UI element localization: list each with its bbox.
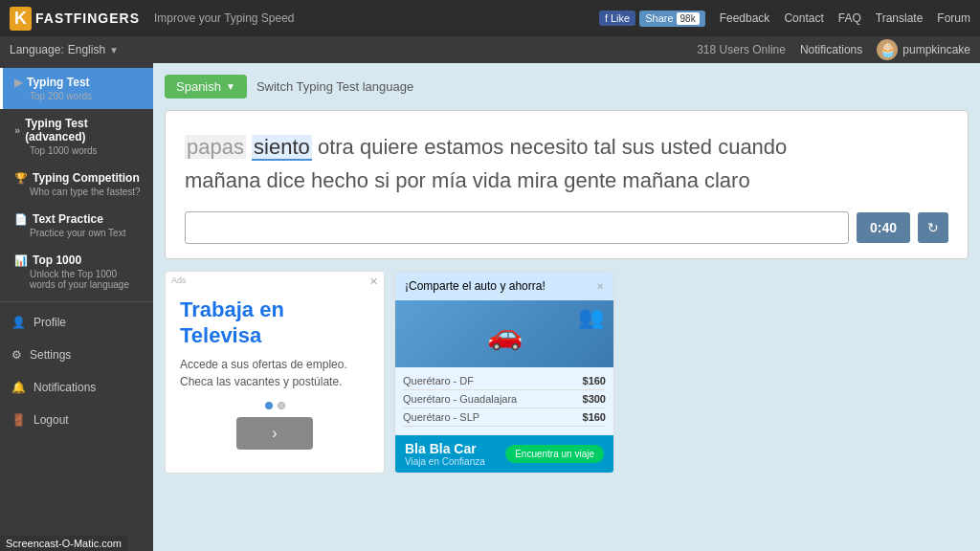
language-btn-label: Spanish [176,79,221,94]
ad-left: Ads ✕ Trabaja en Televisa Accede a sus o… [165,271,385,474]
ad-carousel-dots [180,402,369,409]
ad-right: ¡Comparte el auto y ahorra! ✕ 🚗 👥 Querét… [394,271,614,474]
route-price-1: $160 [583,375,606,386]
dot-2[interactable] [278,402,285,409]
ad-next-button[interactable]: › [236,417,313,450]
ad-left-title: Trabaja en Televisa [180,298,369,348]
main-content: Spanish ▼ Switch Typing Test language pa… [153,63,980,551]
dropdown-arrow-icon: ▼ [226,81,235,92]
language-value: English [68,43,105,56]
sidebar-item-text-practice[interactable]: 📄 Text Practice Practice your own Text [0,205,153,246]
fb-icon: f [605,12,608,24]
sidebar-top1000-sub: Unlock the Top 1000 words of your langua… [14,269,142,290]
bell-icon: 🔔 [11,381,26,394]
ad-right-close-button[interactable]: ✕ [596,281,604,292]
tagline: Improve your Typing Speed [154,11,295,25]
double-arrow-icon: » [14,124,20,136]
ad-next-area: › [180,417,369,450]
logo[interactable]: K FASTFINGERS [10,7,140,31]
route-name-3: Querétaro - SLP [403,411,479,423]
sidebar-item-typing-test-advanced[interactable]: » Typing Test (advanced) Top 1000 words [0,109,153,164]
typing-input-row: 0:40 ↻ [185,211,948,244]
sidebar-advanced-label: Typing Test (advanced) [25,117,142,143]
avatar: 🧁 [877,39,898,60]
translate-link[interactable]: Translate [876,11,924,25]
user-icon: 👤 [11,316,26,329]
user-profile[interactable]: 🧁 pumpkincake [877,39,970,60]
reset-button[interactable]: ↻ [918,212,948,243]
faq-link[interactable]: FAQ [838,11,861,25]
route-price-2: $300 [583,393,606,405]
sidebar-item-notifications[interactable]: 🔔 Notifications [0,371,153,404]
sidebar-text-practice-label: Text Practice [33,212,103,226]
word-done: papas [185,135,246,159]
chevron-down-icon: ▼ [109,45,119,55]
route-name-1: Querétaro - DF [403,375,474,386]
notifications-label: Notifications [33,381,96,394]
sidebar-item-profile[interactable]: 👤 Profile [0,306,153,339]
sidebar: ▶ Typing Test Top 200 words » Typing Tes… [0,63,153,551]
word-current: siento [252,135,312,161]
ad-car-image: 🚗 👥 [395,300,613,367]
sidebar-typing-test-label: Typing Test [27,76,90,89]
sidebar-item-logout[interactable]: 🚪 Logout [0,404,153,436]
logo-brand: FASTFINGERS [35,11,140,26]
dot-1[interactable] [265,402,273,409]
route-name-2: Querétaro - Guadalajara [403,393,517,405]
watermark: Screencast-O-Matic.com [0,536,127,551]
ads-row: Ads ✕ Trabaja en Televisa Accede a sus o… [165,271,969,474]
sidebar-item-settings[interactable]: ⚙ Settings [0,339,153,371]
sidebar-text-practice-sub: Practice your own Text [14,228,142,238]
feedback-link[interactable]: Feedback [720,11,770,25]
chart-icon: 📊 [14,254,28,267]
top-navigation-bar: K FASTFINGERS Improve your Typing Speed … [0,0,980,36]
language-switch-bar: Spanish ▼ Switch Typing Test language [165,75,969,99]
logout-label: Logout [33,413,69,427]
facebook-like-area: f Like Share 98k [599,11,705,27]
share-count: 98k [677,12,700,25]
typing-test-box: papas siento otra quiere estamos necesit… [165,110,969,259]
ad-label: Ads [171,276,187,285]
ad-left-subtitle: Accede a sus ofertas de empleo. Checa la… [180,356,369,390]
blablacar-sub: Viaja en Confianza [405,456,485,467]
users-online-count: 318 Users Online [697,43,786,56]
sidebar-item-typing-competition[interactable]: 🏆 Typing Competition Who can type the fa… [0,164,153,205]
settings-label: Settings [30,348,71,362]
sidebar-divider [0,301,153,302]
route-row-1: Querétaro - DF $160 [403,372,606,390]
sidebar-competition-label: Typing Competition [33,171,140,185]
gear-icon: ⚙ [11,348,22,362]
play-icon: ▶ [14,77,22,89]
sidebar-advanced-sub: Top 1000 words [14,145,142,156]
ad-right-header: ¡Comparte el auto y ahorra! ✕ [395,272,613,300]
route-table: Querétaro - DF $160 Querétaro - Guadalaj… [395,367,613,431]
car-emoji: 🚗 [487,318,523,351]
typing-input[interactable] [185,211,849,244]
language-label: Language: [10,43,64,56]
sub-bar-right: 318 Users Online Notifications 🧁 pumpkin… [697,39,970,60]
blablacar-footer: Bla Bla Car Viaja en Confianza Encuentra… [395,435,613,473]
language-selector[interactable]: Language: English ▼ [10,43,119,56]
sidebar-item-top-1000[interactable]: 📊 Top 1000 Unlock the Top 1000 words of … [0,246,153,298]
forum-link[interactable]: Forum [937,11,970,25]
notifications-link[interactable]: Notifications [800,43,862,56]
find-trip-button[interactable]: Encuentra un viaje [505,445,604,463]
switch-typing-test-label: Switch Typing Test language [256,79,413,94]
route-row-3: Querétaro - SLP $160 [403,408,606,427]
route-row-2: Querétaro - Guadalajara $300 [403,390,606,408]
ad-close-button[interactable]: ✕ [369,276,378,288]
language-select-button[interactable]: Spanish ▼ [165,75,247,99]
contact-link[interactable]: Contact [784,11,823,25]
trophy-icon: 🏆 [14,172,28,185]
facebook-like-button[interactable]: f Like [599,11,635,26]
username-label: pumpkincake [902,43,970,56]
people-emoji: 👥 [578,305,604,330]
share-button[interactable]: Share 98k [639,11,704,27]
ad-right-header-title: ¡Comparte el auto y ahorra! [405,279,546,293]
sidebar-item-typing-test[interactable]: ▶ Typing Test Top 200 words [0,68,153,109]
route-price-3: $160 [583,411,606,423]
logo-k-letter: K [10,7,32,31]
document-icon: 📄 [14,213,28,226]
sidebar-competition-sub: Who can type the fastest? [14,187,142,197]
blablacar-branding: Bla Bla Car Viaja en Confianza [405,441,485,467]
